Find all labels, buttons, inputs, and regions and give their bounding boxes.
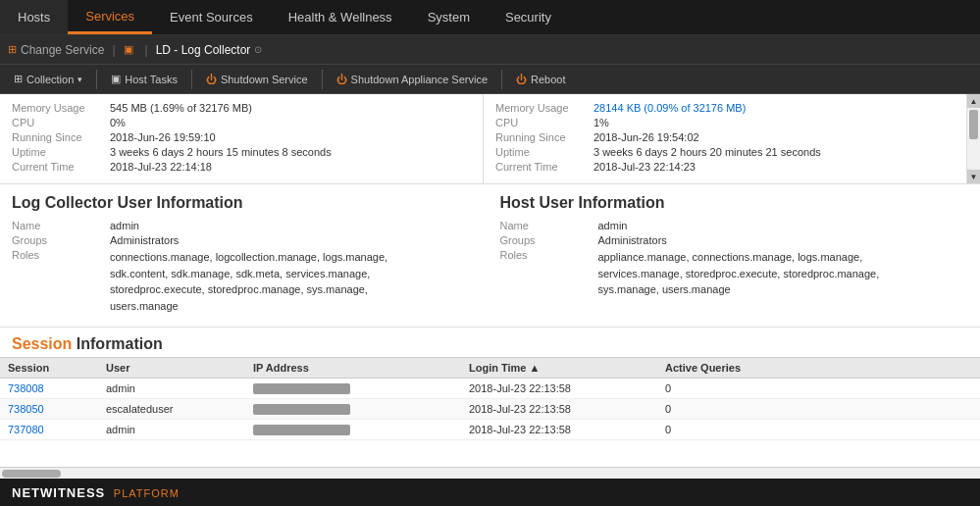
breadcrumb-bar: ⊞ Change Service | ▣ | LD - Log Collecto… xyxy=(0,35,980,65)
hu-roles-value: appliance.manage, connections.manage, lo… xyxy=(598,249,912,298)
nav-security[interactable]: Security xyxy=(488,0,569,34)
toolbar-sep-2 xyxy=(191,70,192,89)
lc-groups-value: Administrators xyxy=(110,234,179,246)
right-uptime-row: Uptime 3 weeks 6 days 2 hours 20 minutes… xyxy=(495,146,954,158)
scrollbar-thumb[interactable] xyxy=(969,110,978,139)
lc-roles-row: Roles connections.manage, logcollection.… xyxy=(12,249,481,314)
td-session-2: 738050 xyxy=(0,399,98,419)
td-ip-1-masked: 10.101.216.80:46000 xyxy=(253,383,350,394)
toolbar: ⊞ Collection ▾ ▣ Host Tasks ⏻ Shutdown S… xyxy=(0,65,980,94)
td-ip-2: 10.101.216.80:46002 xyxy=(245,399,461,419)
right-uptime-value: 3 weeks 6 days 2 hours 20 minutes 21 sec… xyxy=(593,146,821,158)
left-uptime-value: 3 weeks 6 days 2 hours 15 minutes 8 seco… xyxy=(110,146,332,158)
td-login-2: 2018-Jul-23 22:13:58 xyxy=(461,399,657,419)
right-uptime-label: Uptime xyxy=(495,146,593,158)
nav-services[interactable]: Services xyxy=(68,0,152,34)
td-ip-3: 10.101.216.80:46003 xyxy=(245,420,461,439)
toolbar-sep-3 xyxy=(322,70,323,89)
session-table-header: Session User IP Address Login Time ▲ Act… xyxy=(0,357,980,379)
nav-health-wellness[interactable]: Health & Wellness xyxy=(271,0,410,34)
scrollbar-track[interactable] xyxy=(967,108,980,170)
td-ip-1: 10.101.216.80:46000 xyxy=(245,379,461,398)
reboot-button[interactable]: ⏻ Reboot xyxy=(508,71,573,88)
right-current-time-row: Current Time 2018-Jul-23 22:14:23 xyxy=(495,161,954,173)
breadcrumb-change-service[interactable]: ⊞ Change Service xyxy=(8,43,104,57)
vertical-scrollbar[interactable]: ▲ ▼ xyxy=(966,94,980,183)
session-link-1[interactable]: 738008 xyxy=(8,382,44,394)
th-user[interactable]: User xyxy=(98,358,245,378)
horizontal-scrollbar[interactable] xyxy=(0,467,980,479)
lc-groups-label: Groups xyxy=(12,234,110,246)
session-table-body: 738008 admin 10.101.216.80:46000 2018-Ju… xyxy=(0,379,980,467)
left-cpu-value: 0% xyxy=(110,117,126,128)
host-tasks-label: Host Tasks xyxy=(125,74,178,85)
td-ip-3-masked: 10.101.216.80:46003 xyxy=(253,425,350,435)
scrollbar-up-button[interactable]: ▲ xyxy=(967,94,980,108)
left-uptime-row: Uptime 3 weeks 6 days 2 hours 15 minutes… xyxy=(12,146,471,158)
shutdown-service-button[interactable]: ⏻ Shutdown Service xyxy=(198,71,316,88)
breadcrumb-sep-2: | xyxy=(145,43,148,57)
hu-name-row: Name admin xyxy=(500,220,969,231)
right-memory-row: Memory Usage 28144 KB (0.09% of 32176 MB… xyxy=(495,102,954,114)
shutdown-service-label: Shutdown Service xyxy=(221,74,308,85)
breadcrumb-system[interactable]: LD - Log Collector ⊙ xyxy=(156,43,263,57)
nav-hosts[interactable]: Hosts xyxy=(0,0,68,34)
shutdown-appliance-button[interactable]: ⏻ Shutdown Appliance Service xyxy=(329,71,495,88)
right-info-panel: Memory Usage 28144 KB (0.09% of 32176 MB… xyxy=(484,94,966,183)
th-ip-address[interactable]: IP Address xyxy=(245,358,461,378)
change-service-icon: ⊞ xyxy=(8,43,17,56)
left-memory-row: Memory Usage 545 MB (1.69% of 32176 MB) xyxy=(12,102,471,114)
td-queries-3: 0 xyxy=(657,420,980,439)
td-queries-1: 0 xyxy=(657,379,980,398)
shutdown-appliance-icon: ⏻ xyxy=(336,74,347,85)
hu-groups-label: Groups xyxy=(500,234,598,246)
td-session-1: 738008 xyxy=(0,379,98,398)
collection-button[interactable]: ⊞ Collection ▾ xyxy=(6,70,90,88)
breadcrumb-system-icon: ⊙ xyxy=(254,44,262,55)
host-tasks-button[interactable]: ▣ Host Tasks xyxy=(103,70,185,88)
breadcrumb-ld-log-collector[interactable]: ▣ xyxy=(124,43,137,56)
left-current-time-label: Current Time xyxy=(12,161,110,173)
hu-roles-label: Roles xyxy=(500,249,598,298)
breadcrumb-system-label: LD - Log Collector xyxy=(156,43,251,57)
hu-groups-value: Administrators xyxy=(598,234,667,246)
td-login-3: 2018-Jul-23 22:13:58 xyxy=(461,420,657,439)
toolbar-sep-1 xyxy=(96,70,97,89)
th-session[interactable]: Session xyxy=(0,358,98,378)
h-scrollbar-thumb[interactable] xyxy=(2,470,61,478)
left-memory-value: 545 MB (1.69% of 32176 MB) xyxy=(110,102,252,114)
td-user-3: admin xyxy=(98,420,245,439)
scrollbar-down-button[interactable]: ▼ xyxy=(967,170,980,183)
lc-groups-row: Groups Administrators xyxy=(12,234,481,246)
right-cpu-row: CPU 1% xyxy=(495,117,954,128)
th-active-queries[interactable]: Active Queries xyxy=(657,358,980,378)
nav-system[interactable]: System xyxy=(410,0,488,34)
breadcrumb-change-service-label: Change Service xyxy=(21,43,104,57)
hu-roles-row: Roles appliance.manage, connections.mana… xyxy=(500,249,969,298)
left-running-since-label: Running Since xyxy=(12,131,110,143)
left-memory-label: Memory Usage xyxy=(12,102,110,114)
table-row: 738008 admin 10.101.216.80:46000 2018-Ju… xyxy=(0,379,980,399)
td-user-2: escalateduser xyxy=(98,399,245,419)
session-link-2[interactable]: 738050 xyxy=(8,403,44,415)
td-login-1: 2018-Jul-23 22:13:58 xyxy=(461,379,657,398)
right-cpu-value: 1% xyxy=(593,117,609,128)
lc-name-label: Name xyxy=(12,220,110,231)
right-memory-label: Memory Usage xyxy=(495,102,593,114)
td-user-1: admin xyxy=(98,379,245,398)
session-title: Session Information xyxy=(0,328,980,357)
left-running-since-row: Running Since 2018-Jun-26 19:59:10 xyxy=(12,131,471,143)
nav-event-sources[interactable]: Event Sources xyxy=(152,0,271,34)
host-user-title: Host User Information xyxy=(500,194,969,212)
footer: NETWITNESS PLATFORM xyxy=(0,479,980,506)
hu-groups-row: Groups Administrators xyxy=(500,234,969,246)
session-link-3[interactable]: 737080 xyxy=(8,424,44,435)
session-title-rest: Information xyxy=(77,335,163,352)
hu-name-label: Name xyxy=(500,220,598,231)
right-current-time-value: 2018-Jul-23 22:14:23 xyxy=(593,161,696,173)
shutdown-service-icon: ⏻ xyxy=(206,74,217,85)
right-memory-value: 28144 KB (0.09% of 32176 MB) xyxy=(593,102,746,114)
log-collector-user-title: Log Collector User Information xyxy=(12,194,481,212)
th-login-time[interactable]: Login Time ▲ xyxy=(461,358,657,378)
reboot-label: Reboot xyxy=(531,74,565,85)
